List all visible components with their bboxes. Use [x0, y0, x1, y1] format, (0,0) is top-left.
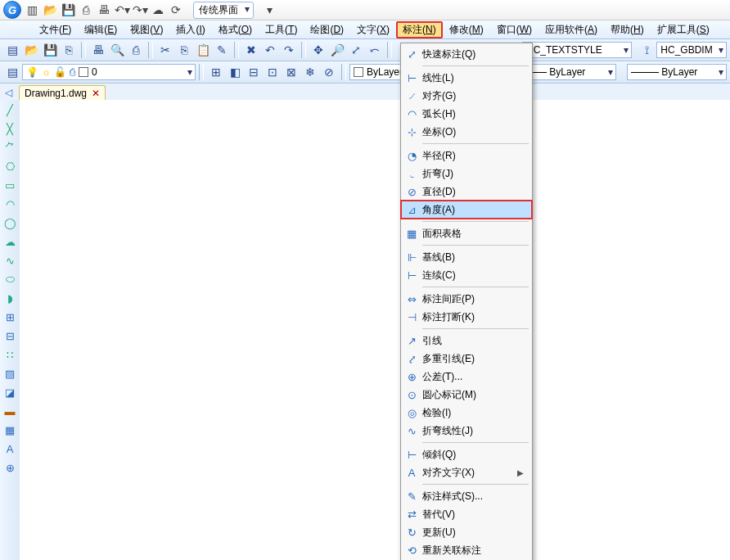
menu-绘图[interactable]: 绘图(D)	[304, 21, 350, 38]
drawing-canvas[interactable]	[20, 100, 730, 560]
line-tool[interactable]: ╱	[2, 102, 18, 118]
dimstyle-dropdown[interactable]: HC_GBDIM	[656, 42, 727, 58]
menu-item-对齐文字X[interactable]: A对齐文字(X)▶	[401, 463, 532, 481]
linetype2-dropdown[interactable]: ByLayer	[627, 64, 727, 80]
menu-item-面积表格[interactable]: ▦面积表格	[401, 224, 532, 242]
textstyle-dropdown[interactable]: HC_TEXTSTYLE	[522, 42, 632, 58]
add-selected-tool[interactable]: ⊕	[2, 459, 18, 476]
menu-item-弧长H[interactable]: ◠弧长(H)	[401, 105, 532, 123]
menu-item-公差T[interactable]: ⊕公差(T)...	[401, 368, 532, 386]
table-tool[interactable]: ▦	[2, 422, 18, 438]
menu-文件[interactable]: 文件(F)	[33, 21, 78, 38]
cloud-icon[interactable]: ☁	[151, 2, 165, 17]
new-file-button[interactable]: ▤	[3, 41, 21, 59]
menu-工具[interactable]: 工具(T)	[259, 21, 304, 38]
copy-button[interactable]: ⎘	[175, 41, 193, 59]
match-button[interactable]: ✎	[213, 41, 231, 59]
circle-tool[interactable]: ◯	[2, 215, 18, 231]
print-button[interactable]: 🖶	[89, 41, 107, 59]
construction-line-tool[interactable]: ╳	[2, 120, 18, 137]
menu-item-折弯J[interactable]: ⦦折弯(J)	[401, 165, 532, 183]
menu-应用软件[interactable]: 应用软件(A)	[538, 21, 604, 38]
polygon-tool[interactable]: ⎔	[2, 158, 18, 174]
new-icon[interactable]: ▥	[25, 2, 39, 17]
menu-item-圆心标记M[interactable]: ⊙圆心标记(M)	[401, 386, 532, 404]
menu-item-对齐G[interactable]: ⟋对齐(G)	[401, 87, 532, 105]
gradient-tool[interactable]: ◪	[2, 384, 18, 400]
mtext-tool[interactable]: A	[2, 440, 18, 457]
menu-编辑[interactable]: 编辑(E)	[78, 21, 124, 38]
interface-style-dropdown[interactable]: 传统界面	[193, 2, 254, 19]
menu-item-重新关联标注[interactable]: ⟲重新关联标注	[401, 541, 532, 559]
ellipse-arc-tool[interactable]: ◗	[2, 290, 18, 306]
menu-item-检验I[interactable]: ◎检验(I)	[401, 404, 532, 422]
menu-item-折弯线性J[interactable]: ∿折弯线性(J)	[401, 422, 532, 440]
layer-prev-button[interactable]: ⊟	[245, 63, 263, 81]
print-icon[interactable]: 🖶	[97, 2, 111, 17]
spline-tool[interactable]: ∿	[2, 252, 18, 269]
insert-block-tool[interactable]: ⊞	[2, 309, 18, 325]
make-block-tool[interactable]: ⊟	[2, 327, 18, 344]
menu-item-线性L[interactable]: ⊢线性(L)	[401, 69, 532, 87]
region-tool[interactable]: ▬	[2, 403, 18, 419]
preview-button[interactable]: 🔍	[108, 41, 126, 59]
menu-item-倾斜Q[interactable]: ⊢倾斜(Q)	[401, 445, 532, 463]
menu-item-标注样式S[interactable]: ✎标注样式(S)...	[401, 487, 532, 505]
menu-item-角度A[interactable]: ⊿角度(A)	[401, 201, 532, 219]
menu-item-多重引线E[interactable]: ⤤多重引线(E)	[401, 350, 532, 368]
close-tab-icon[interactable]: ✕	[92, 88, 100, 99]
layer-walk-button[interactable]: ⊡	[264, 63, 282, 81]
zoom-prev-button[interactable]: ⤺	[366, 41, 384, 59]
menu-item-坐标O[interactable]: ⊹坐标(O)	[401, 123, 532, 141]
menu-修改[interactable]: 修改(M)	[443, 21, 490, 38]
tab-scroll-left-icon[interactable]: ◁	[3, 87, 14, 98]
cut-button[interactable]: ✂	[156, 41, 174, 59]
layer-manager-button[interactable]: ▤	[3, 63, 21, 81]
layer-dropdown[interactable]: 💡 ☼ 🔓 ⎙ 0	[22, 64, 196, 80]
dimstyle-icon[interactable]: ⟟	[638, 41, 656, 59]
erase-button[interactable]: ✖	[242, 41, 260, 59]
open-icon[interactable]: 📂	[43, 2, 57, 17]
layer-states-button[interactable]: ⊞	[207, 63, 225, 81]
saveas-button[interactable]: ⎘	[60, 41, 78, 59]
interface-help-icon[interactable]: ▾	[262, 2, 277, 17]
rectangle-tool[interactable]: ▭	[2, 177, 18, 193]
zoom-button[interactable]: 🔎	[328, 41, 346, 59]
menu-item-更新U[interactable]: ↻更新(U)	[401, 523, 532, 541]
menu-视图[interactable]: 视图(V)	[124, 21, 169, 38]
hatch-tool[interactable]: ▨	[2, 365, 18, 382]
point-tool[interactable]: ∷	[2, 346, 18, 363]
polyline-tool[interactable]: ⺈	[2, 139, 18, 156]
pan-button[interactable]: ✥	[309, 41, 327, 59]
menu-窗口[interactable]: 窗口(W)	[490, 21, 538, 38]
save-button[interactable]: 💾	[41, 41, 59, 59]
menu-格式[interactable]: 格式(O)	[212, 21, 259, 38]
document-tab[interactable]: Drawing1.dwg ✕	[19, 85, 106, 101]
menu-扩展工具[interactable]: 扩展工具(S)	[651, 21, 716, 38]
menu-item-半径R[interactable]: ◔半径(R)	[401, 147, 532, 165]
layer-off-button[interactable]: ⊘	[320, 63, 338, 81]
menu-item-引线[interactable]: ↗引线	[401, 332, 532, 350]
save-icon[interactable]: 💾	[61, 2, 75, 17]
menu-标注[interactable]: 标注(N)	[396, 21, 443, 38]
open-file-button[interactable]: 📂	[22, 41, 40, 59]
zoom-window-button[interactable]: ⤢	[347, 41, 365, 59]
menu-item-快速标注Q[interactable]: ⤢快速标注(Q)	[401, 45, 532, 63]
menu-item-连续C[interactable]: ⊢连续(C)	[401, 266, 532, 284]
menu-插入[interactable]: 插入(I)	[169, 21, 211, 38]
paste-button[interactable]: 📋	[194, 41, 212, 59]
menu-item-替代V[interactable]: ⇄替代(V)	[401, 505, 532, 523]
undo-button[interactable]: ↶	[261, 41, 279, 59]
revcloud-tool[interactable]: ☁	[2, 233, 18, 250]
undo-icon[interactable]: ↶▾	[115, 2, 129, 17]
menu-item-基线B[interactable]: ⊩基线(B)	[401, 248, 532, 266]
layer-iso-button[interactable]: ◧	[226, 63, 244, 81]
plot-icon[interactable]: ⎙	[79, 2, 93, 17]
menu-帮助[interactable]: 帮助(H)	[604, 21, 651, 38]
redo-icon[interactable]: ↷▾	[133, 2, 147, 17]
menu-item-标注打断K[interactable]: ⊣标注打断(K)	[401, 308, 532, 326]
ellipse-tool[interactable]: ⬭	[2, 271, 18, 287]
menu-文字[interactable]: 文字(X)	[350, 21, 396, 38]
layer-freeze-button[interactable]: ❄	[301, 63, 319, 81]
redo-button[interactable]: ↷	[280, 41, 298, 59]
